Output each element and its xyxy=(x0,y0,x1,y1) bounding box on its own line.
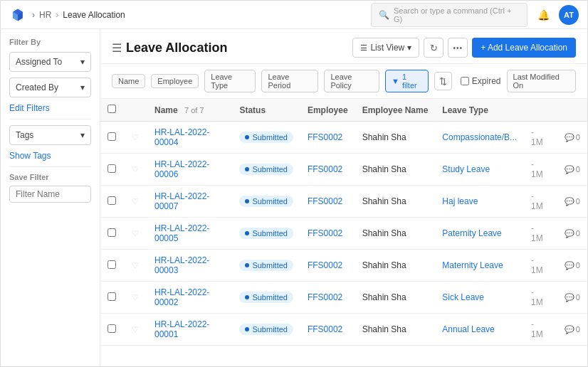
count-badge: 💬 0 xyxy=(565,165,580,174)
count-badge: 💬 0 xyxy=(565,325,580,334)
table-row: ♡ HR-LAL-2022-00002 Submitted FFS0002 Sh… xyxy=(100,282,587,314)
table-header-row: Name 7 of 7 Status Employee Employee Nam… xyxy=(100,99,587,122)
row-checkbox[interactable] xyxy=(107,260,116,269)
row-checkbox[interactable] xyxy=(107,164,116,173)
row-count-cell: 💬 0 xyxy=(557,186,587,218)
favorite-icon[interactable]: ♡ xyxy=(130,325,140,335)
record-link[interactable]: HR-LAL-2022-00003 xyxy=(154,255,209,275)
edit-filters-link[interactable]: Edit Filters xyxy=(9,103,91,113)
assigned-to-label: Assigned To xyxy=(16,57,62,67)
created-by-label: Created By xyxy=(16,83,58,92)
sidebar-divider xyxy=(9,119,91,119)
list-view-button[interactable]: ☰ List View ▾ xyxy=(352,38,419,58)
more-options-button[interactable]: ••• xyxy=(448,38,468,58)
row-checkbox[interactable] xyxy=(107,228,116,237)
favorite-icon[interactable]: ♡ xyxy=(130,261,140,271)
page-title: Leave Allocation xyxy=(126,41,227,55)
add-leave-allocation-button[interactable]: + Add Leave Allocation xyxy=(472,38,576,58)
row-status-cell: Submitted xyxy=(232,250,300,282)
bell-icon: 🔔 xyxy=(537,9,550,21)
row-duration-cell: - 1M xyxy=(524,314,557,346)
assigned-to-dropdown[interactable]: Assigned To ▾ xyxy=(9,52,91,72)
sort-icon: ⇅ xyxy=(439,76,447,87)
refresh-icon: ↻ xyxy=(430,43,438,53)
breadcrumb-hr[interactable]: HR xyxy=(39,10,51,20)
leave-type-link[interactable]: Study Leave xyxy=(442,164,490,174)
row-id-cell: HR-LAL-2022-00004 xyxy=(147,122,232,154)
active-filter-badge[interactable]: ▼ 1 filter xyxy=(385,70,429,92)
row-leave-type-cell: Annual Leave xyxy=(435,314,524,346)
select-all-checkbox[interactable] xyxy=(107,105,116,113)
row-checkbox[interactable] xyxy=(107,196,116,205)
favorite-icon[interactable]: ♡ xyxy=(130,293,140,303)
app-logo[interactable] xyxy=(9,6,26,23)
sort-button[interactable]: ⇅ xyxy=(434,72,452,90)
row-checkbox[interactable] xyxy=(107,132,116,141)
employee-link[interactable]: FFS0002 xyxy=(308,164,342,174)
row-status-cell: Submitted xyxy=(232,186,300,218)
row-leave-type-cell: Compassionate/B... xyxy=(435,122,524,154)
employee-link[interactable]: FFS0002 xyxy=(308,228,342,238)
count-badge: 💬 0 xyxy=(565,197,580,206)
favorite-icon[interactable]: ♡ xyxy=(130,133,140,143)
status-dot xyxy=(245,263,249,267)
row-heart-cell: ♡ xyxy=(123,314,147,346)
th-heart xyxy=(123,99,147,122)
main-area: Filter By Assigned To ▾ Created By ▾ Edi… xyxy=(1,29,587,366)
row-count-cell: 💬 0 xyxy=(557,250,587,282)
filter-leave-type-chip[interactable]: Leave Type xyxy=(204,70,256,92)
favorite-icon[interactable]: ♡ xyxy=(130,165,140,175)
show-tags-link[interactable]: Show Tags xyxy=(9,151,91,161)
hamburger-icon[interactable]: ☰ xyxy=(112,41,122,55)
record-link[interactable]: HR-LAL-2022-00005 xyxy=(154,223,209,243)
row-heart-cell: ♡ xyxy=(123,218,147,250)
employee-link[interactable]: FFS0002 xyxy=(308,132,342,142)
breadcrumb: › HR › Leave Allocation xyxy=(32,10,125,20)
last-modified-button[interactable]: Last Modified On xyxy=(507,70,576,92)
filter-leave-period-chip[interactable]: Leave Period xyxy=(261,70,318,92)
record-link[interactable]: HR-LAL-2022-00001 xyxy=(154,319,209,339)
record-link[interactable]: HR-LAL-2022-00002 xyxy=(154,287,209,307)
table-wrapper: Name 7 of 7 Status Employee Employee Nam… xyxy=(100,99,587,366)
row-checkbox-cell xyxy=(100,122,123,154)
leave-type-link[interactable]: Compassionate/B... xyxy=(442,132,517,142)
leave-type-link[interactable]: Maternity Leave xyxy=(442,260,503,270)
th-count xyxy=(557,99,587,122)
row-count: 7 of 7 xyxy=(184,106,204,115)
refresh-button[interactable]: ↻ xyxy=(424,38,443,58)
favorite-icon[interactable]: ♡ xyxy=(130,229,140,239)
filter-leave-policy-chip[interactable]: Leave Policy xyxy=(324,70,379,92)
row-id-cell: HR-LAL-2022-00007 xyxy=(147,186,232,218)
table-row: ♡ HR-LAL-2022-00003 Submitted FFS0002 Sh… xyxy=(100,250,587,282)
record-link[interactable]: HR-LAL-2022-00007 xyxy=(154,191,209,211)
filter-name-input[interactable] xyxy=(9,186,91,203)
row-checkbox[interactable] xyxy=(107,292,116,301)
expired-checkbox[interactable] xyxy=(461,77,469,85)
leave-type-link[interactable]: Paternity Leave xyxy=(442,228,501,238)
filter-employee-chip[interactable]: Employee xyxy=(151,74,199,88)
filter-name-chip[interactable]: Name xyxy=(112,74,145,88)
employee-link[interactable]: FFS0002 xyxy=(308,292,342,302)
row-checkbox[interactable] xyxy=(107,324,116,333)
employee-link[interactable]: FFS0002 xyxy=(308,196,342,206)
record-link[interactable]: HR-LAL-2022-00004 xyxy=(154,127,209,147)
leave-type-link[interactable]: Haj leave xyxy=(442,196,478,206)
row-count-cell: 💬 0 xyxy=(557,154,587,186)
tags-dropdown[interactable]: Tags ▾ xyxy=(9,125,91,145)
list-icon: ☰ xyxy=(360,43,367,53)
created-by-dropdown[interactable]: Created By ▾ xyxy=(9,78,91,97)
employee-link[interactable]: FFS0002 xyxy=(308,260,342,270)
search-bar[interactable]: 🔍 Search or type a command (Ctrl + G) xyxy=(371,3,527,27)
record-link[interactable]: HR-LAL-2022-00006 xyxy=(154,159,209,179)
leave-type-link[interactable]: Annual Leave xyxy=(442,324,494,334)
leave-type-link[interactable]: Sick Leave xyxy=(442,292,484,302)
user-avatar[interactable]: AT xyxy=(559,5,579,25)
notifications-button[interactable]: 🔔 xyxy=(533,5,553,25)
row-leave-type-cell: Paternity Leave xyxy=(435,218,524,250)
favorite-icon[interactable]: ♡ xyxy=(130,197,140,207)
row-duration-cell: - 1M xyxy=(524,122,557,154)
employee-link[interactable]: FFS0002 xyxy=(308,324,342,334)
content-panel: ☰ Leave Allocation ☰ List View ▾ ↻ ••• +… xyxy=(100,29,587,366)
row-employee-name-cell: Shahin Sha xyxy=(355,250,436,282)
filter-by-label: Filter By xyxy=(9,38,91,46)
